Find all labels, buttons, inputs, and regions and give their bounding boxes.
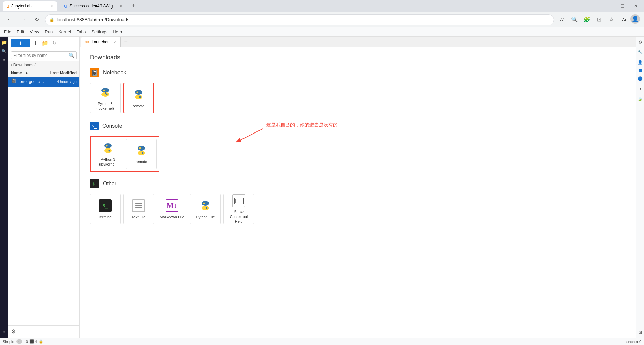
svg-line-10 <box>236 129 263 142</box>
close-window-button[interactable]: × <box>630 1 641 12</box>
terminal-icon: $_ <box>98 199 112 213</box>
menu-settings[interactable]: Settings <box>89 28 110 36</box>
svg-point-12 <box>104 143 112 148</box>
other-section-label: Other <box>103 181 116 187</box>
new-folder-button[interactable]: 📁 <box>41 39 49 47</box>
refresh-button[interactable]: ↻ <box>50 39 59 47</box>
status-right: Launcher 0 <box>623 340 641 344</box>
forward-button[interactable]: → <box>18 14 29 25</box>
search-button[interactable]: 🔍 <box>569 14 580 25</box>
svg-point-23 <box>206 207 208 209</box>
favorites-button[interactable]: ☆ <box>606 14 617 25</box>
launcher-tab[interactable]: ✏ Launcher × <box>81 37 121 47</box>
status-mode: Simple <box>3 340 14 344</box>
notebook-launcher-grid: Python 3(ipykernel) remote <box>90 83 626 113</box>
right-sidebar-icon-settings[interactable]: ⚙ <box>637 38 644 46</box>
tab-jupyterlab[interactable]: J JupyterLab × <box>3 1 57 11</box>
collections-button[interactable]: 🗂 <box>618 14 629 25</box>
back-button[interactable]: ← <box>4 14 15 25</box>
status-bar: Simple ○ 0 ⬛ 4 🔒 Launcher 0 <box>0 338 644 345</box>
address-bar[interactable]: 🔒 localhost:8888/lab/tree/Downloads <box>45 14 554 25</box>
launcher-item-remote-notebook[interactable]: remote <box>123 83 154 113</box>
textfile-icon-visual <box>132 199 145 212</box>
tab-favicon-j: J <box>7 4 9 9</box>
right-sidebar-icon-leaf[interactable]: 🍃 <box>637 95 644 103</box>
minimize-button[interactable]: ─ <box>603 1 614 12</box>
right-sidebar-icon-circle[interactable]: 🔵 <box>637 75 644 82</box>
tab-title-google: Success code=4/1AWtgzh5s12S… <box>69 4 117 9</box>
search-icon: 🔍 <box>69 53 74 58</box>
menu-file[interactable]: File <box>1 28 14 36</box>
svg-point-20 <box>202 201 209 206</box>
status-toggle[interactable]: ○ <box>16 339 22 344</box>
notebook-section-title: 📓 Notebook <box>90 68 626 77</box>
split-screen-button[interactable]: ⊡ <box>594 14 604 25</box>
app-container: 📁 🔍 ⧉ ⚙ + ⬆ 📁 ↻ 🔍 / Downloads / Name ▲ <box>0 37 644 338</box>
maximize-button[interactable]: □ <box>617 1 628 12</box>
reload-button[interactable]: ↻ <box>31 14 42 25</box>
menu-kernel[interactable]: Kernel <box>56 28 74 36</box>
svg-point-22 <box>203 202 205 204</box>
launcher-item-python3-console[interactable]: Python 3(ipykernel) <box>93 139 123 169</box>
new-file-button[interactable]: + <box>11 39 30 47</box>
status-tab-info: Launcher 0 <box>623 340 641 344</box>
tab-google[interactable]: G Success code=4/1AWtgzh5s12S… × <box>60 1 126 11</box>
svg-point-2 <box>103 89 105 91</box>
add-tab-button[interactable]: + <box>122 38 130 46</box>
launcher-item-help[interactable]: Show ContextualHelp <box>223 194 254 224</box>
right-sidebar-icon-user[interactable]: 👤 <box>637 59 644 66</box>
new-tab-button[interactable]: + <box>129 1 138 11</box>
left-sidebar-icons: 📁 🔍 ⧉ ⚙ <box>0 37 8 338</box>
launcher-item-remote-console[interactable]: remote <box>126 139 157 169</box>
launcher-item-markdown[interactable]: M↓ Markdown File <box>157 194 187 224</box>
markdown-icon-visual: M↓ <box>166 199 178 212</box>
sidebar-icon-search[interactable]: 🔍 <box>0 47 8 55</box>
menu-tabs[interactable]: Tabs <box>74 28 89 36</box>
sidebar-icon-extensions[interactable]: ⧉ <box>0 56 8 64</box>
launcher-item-textfile[interactable]: Text File <box>123 194 154 224</box>
menu-view[interactable]: View <box>27 28 42 36</box>
right-sidebar-icon-dot[interactable] <box>639 69 642 72</box>
settings-icon[interactable]: ⚙ <box>11 328 77 335</box>
right-sidebar-icon-tool[interactable]: 🔧 <box>637 48 644 56</box>
menu-edit[interactable]: Edit <box>14 28 27 36</box>
textfile-icon <box>132 199 145 213</box>
right-sidebar-icon-plane[interactable]: ✈ <box>637 85 644 93</box>
sidebar-icon-gear[interactable]: ⚙ <box>0 328 8 336</box>
svg-point-15 <box>109 150 110 151</box>
extensions-button[interactable]: 🧩 <box>581 14 592 25</box>
svg-point-13 <box>104 148 112 153</box>
launcher-tab-icon: ✏ <box>85 39 90 45</box>
terminal-icon-bg: $_ <box>99 199 112 212</box>
textfile-label: Text File <box>132 215 146 219</box>
launcher-item-terminal[interactable]: $_ Terminal <box>90 194 121 224</box>
python3-notebook-icon <box>98 85 112 99</box>
tab-close-google[interactable]: × <box>119 3 122 9</box>
remote-console-icon <box>135 144 148 157</box>
browser-toolbar-actions: Aᴬ 🔍 🧩 ⊡ ☆ 🗂 👤 <box>557 14 640 25</box>
launcher-item-python-file[interactable]: Python File <box>190 194 221 224</box>
right-sidebar: ⚙ 🔧 👤 🔵 ✈ 🍃 ⊡ <box>636 37 644 338</box>
file-row[interactable]: 📓 one_gee.ip… 4 hours ago <box>8 77 79 87</box>
launcher-item-python3-notebook[interactable]: Python 3(ipykernel) <box>90 83 121 113</box>
profile-button[interactable]: 👤 <box>630 14 640 24</box>
python-file-icon <box>199 199 212 213</box>
help-label: Show ContextualHelp <box>226 209 251 224</box>
remote-console-label: remote <box>136 159 147 164</box>
settings-gear-panel: ⚙ <box>8 325 79 338</box>
svg-rect-4 <box>105 90 106 94</box>
menu-run[interactable]: Run <box>42 28 56 36</box>
launcher-tab-close[interactable]: × <box>113 40 116 45</box>
right-sidebar-icon-expand[interactable]: ⊡ <box>637 329 644 336</box>
tab-close-jupyterlab[interactable]: × <box>50 3 53 9</box>
svg-point-18 <box>139 147 141 149</box>
reader-mode-button[interactable]: Aᴬ <box>557 14 568 25</box>
svg-point-7 <box>135 95 142 99</box>
search-input[interactable] <box>13 53 69 58</box>
svg-point-14 <box>106 145 108 146</box>
console-section-title: >_ Console <box>90 122 626 130</box>
right-sidebar-bottom: ⊡ <box>637 329 644 336</box>
sidebar-icon-files[interactable]: 📁 <box>0 38 8 46</box>
menu-help[interactable]: Help <box>110 28 125 36</box>
upload-button[interactable]: ⬆ <box>31 39 40 47</box>
